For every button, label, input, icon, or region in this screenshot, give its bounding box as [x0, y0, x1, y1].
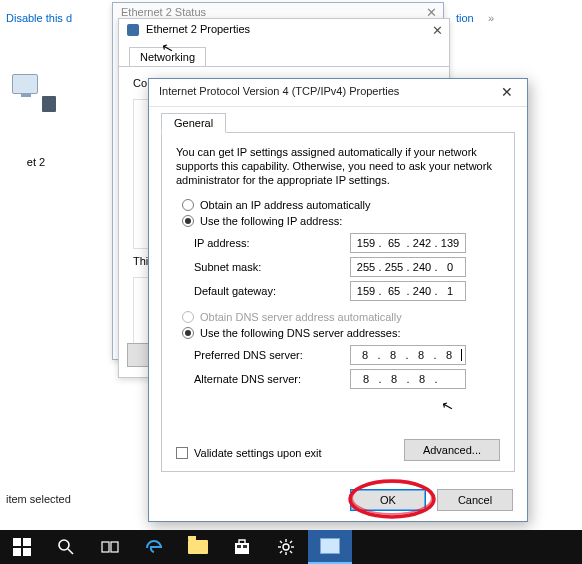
- alternate-dns-input[interactable]: 8. 8. 8.: [350, 369, 466, 389]
- tion-link-fragment[interactable]: tion: [456, 12, 474, 24]
- preferred-dns-input[interactable]: 8. 8. 8. 8: [350, 345, 466, 365]
- taskbar: [0, 530, 582, 564]
- ip-octet: 8: [354, 349, 376, 361]
- ip-octet: 242: [411, 237, 433, 249]
- svg-rect-11: [237, 545, 241, 548]
- svg-line-21: [290, 541, 292, 543]
- svg-rect-3: [23, 538, 31, 546]
- radio-ip-manual[interactable]: Use the following IP address:: [182, 215, 500, 227]
- ip-octet: 240: [411, 261, 433, 273]
- ip-octet: 240: [411, 285, 433, 297]
- radio-dns-auto-label: Obtain DNS server address automatically: [200, 311, 402, 323]
- window-icon: [320, 538, 340, 554]
- ip-octet: 8: [411, 373, 433, 385]
- radio-dns-manual-label: Use the following DNS server addresses:: [200, 327, 401, 339]
- radio-icon: [182, 215, 194, 227]
- close-icon[interactable]: ✕: [432, 23, 443, 38]
- ip-octet: 255: [355, 261, 377, 273]
- edge-icon: [145, 538, 163, 556]
- radio-dns-auto: Obtain DNS server address automatically: [182, 311, 500, 323]
- ip-octet: 159: [355, 237, 377, 249]
- svg-line-19: [290, 551, 292, 553]
- cancel-button[interactable]: Cancel: [437, 489, 513, 511]
- ip-octet: 8: [410, 349, 432, 361]
- ethernet-status-title: Ethernet 2 Status: [121, 6, 206, 18]
- file-explorer-button[interactable]: [176, 530, 220, 564]
- radio-icon: [182, 311, 194, 323]
- preferred-dns-label: Preferred DNS server:: [194, 349, 350, 361]
- annotation-circle-icon: [345, 476, 439, 522]
- adapter-label: et 2: [10, 156, 62, 168]
- ip-octet: 8: [355, 373, 377, 385]
- svg-line-18: [280, 541, 282, 543]
- radio-icon: [182, 327, 194, 339]
- task-view-button[interactable]: [88, 530, 132, 564]
- radio-dns-manual[interactable]: Use the following DNS server addresses:: [182, 327, 500, 339]
- intro-text: You can get IP settings assigned automat…: [176, 145, 500, 187]
- ethernet-icon: [12, 74, 60, 114]
- checkbox-icon: [176, 447, 188, 459]
- svg-rect-10: [235, 543, 249, 554]
- advanced-button[interactable]: Advanced...: [404, 439, 500, 461]
- windows-icon: [13, 538, 31, 556]
- ip-octet: 8: [438, 349, 460, 361]
- search-button[interactable]: [44, 530, 88, 564]
- adapter-small-icon: [127, 24, 139, 36]
- folder-icon: [188, 540, 208, 554]
- disable-link[interactable]: Disable this d: [6, 12, 72, 24]
- start-button[interactable]: [0, 530, 44, 564]
- ip-octet: 65: [383, 285, 405, 297]
- default-gateway-label: Default gateway:: [194, 285, 350, 297]
- ip-octet: 1: [439, 285, 461, 297]
- ipv4-properties-dialog: Internet Protocol Version 4 (TCP/IPv4) P…: [148, 78, 528, 522]
- default-gateway-input[interactable]: 159. 65. 240. 1: [350, 281, 466, 301]
- store-icon: [233, 538, 251, 556]
- more-chevron[interactable]: »: [488, 12, 494, 24]
- subnet-mask-label: Subnet mask:: [194, 261, 350, 273]
- ip-address-input[interactable]: 159. 65. 242. 139: [350, 233, 466, 253]
- close-button[interactable]: ✕: [495, 83, 519, 103]
- ip-octet: 0: [439, 261, 461, 273]
- svg-rect-4: [13, 548, 21, 556]
- svg-rect-5: [23, 548, 31, 556]
- task-view-icon: [101, 538, 119, 556]
- svg-rect-2: [13, 538, 21, 546]
- ip-octet: 159: [355, 285, 377, 297]
- ip-octet: 8: [383, 373, 405, 385]
- svg-point-1: [352, 482, 432, 514]
- settings-button[interactable]: [264, 530, 308, 564]
- search-icon: [57, 538, 75, 556]
- validate-checkbox[interactable]: Validate settings upon exit: [176, 447, 322, 459]
- subnet-mask-input[interactable]: 255. 255. 240. 0: [350, 257, 466, 277]
- svg-rect-8: [102, 542, 109, 552]
- svg-point-6: [59, 540, 69, 550]
- ip-octet: 255: [383, 261, 405, 273]
- svg-rect-12: [243, 545, 247, 548]
- radio-ip-auto-label: Obtain an IP address automatically: [200, 199, 370, 211]
- ip-octet: 8: [382, 349, 404, 361]
- tab-general[interactable]: General: [161, 113, 226, 133]
- edge-button[interactable]: [132, 530, 176, 564]
- adapter-item[interactable]: et 2: [10, 74, 62, 168]
- gear-icon: [277, 538, 295, 556]
- svg-line-7: [68, 549, 73, 554]
- ip-octet: 65: [383, 237, 405, 249]
- status-bar-text: item selected: [6, 493, 71, 505]
- svg-point-13: [283, 544, 289, 550]
- ip-octet: 139: [439, 237, 461, 249]
- ethernet-properties-title: Ethernet 2 Properties: [146, 23, 250, 35]
- dialog-title: Internet Protocol Version 4 (TCP/IPv4) P…: [159, 85, 399, 97]
- alternate-dns-label: Alternate DNS server:: [194, 373, 350, 385]
- svg-line-20: [280, 551, 282, 553]
- svg-rect-9: [111, 542, 118, 552]
- validate-label: Validate settings upon exit: [194, 447, 322, 459]
- store-button[interactable]: [220, 530, 264, 564]
- explorer-active-button[interactable]: [308, 530, 352, 564]
- radio-ip-manual-label: Use the following IP address:: [200, 215, 342, 227]
- ip-address-label: IP address:: [194, 237, 350, 249]
- radio-ip-auto[interactable]: Obtain an IP address automatically: [182, 199, 500, 211]
- radio-icon: [182, 199, 194, 211]
